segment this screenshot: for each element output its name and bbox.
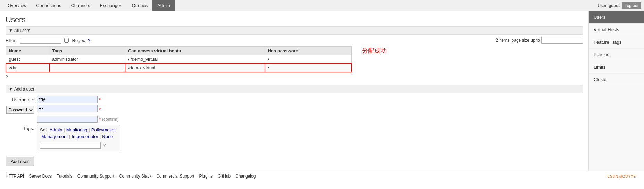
footer-http-api[interactable]: HTTP API — [6, 174, 24, 179]
tags-set-label: Set — [40, 127, 47, 132]
sidebar-item-users[interactable]: Users — [589, 11, 644, 24]
add-user-button[interactable]: Add user — [6, 157, 34, 166]
footer: HTTP API Server Docs Tutorials Community… — [0, 171, 644, 181]
regex-label: Regex — [72, 38, 85, 43]
logout-button[interactable]: Log out — [622, 2, 641, 9]
all-users-label: All users — [14, 28, 30, 33]
question-mark[interactable]: ? — [6, 75, 583, 79]
tags-set-row: Set Admin | Monitoring | Policymaker Man… — [40, 127, 117, 139]
tab-connections[interactable]: Connections — [31, 0, 66, 11]
table-row[interactable]: guest administrator / /demo_virtual • — [6, 55, 352, 64]
tag-none[interactable]: None — [102, 134, 113, 139]
tag-impersonator[interactable]: Impersonator — [72, 134, 98, 139]
tab-queues[interactable]: Queues — [127, 0, 153, 11]
row-name: zdy — [6, 63, 49, 72]
tag-management[interactable]: Management — [41, 134, 68, 139]
footer-brand: CSDN @ZDYYY... — [607, 174, 638, 178]
password-row: Password: Hash: * — [6, 105, 583, 114]
regex-help-icon[interactable]: ? — [88, 38, 90, 43]
col-name: Name — [6, 47, 49, 55]
required-mark-confirm: * — [99, 117, 101, 122]
page-title: Users — [6, 15, 583, 24]
footer-server-docs[interactable]: Server Docs — [29, 174, 52, 179]
tag-monitoring[interactable]: Monitoring — [66, 127, 87, 132]
sidebar-item-cluster[interactable]: Cluster — [589, 74, 644, 86]
add-user-section: ▼ Add a user Username: * Password: Hash: — [6, 85, 583, 166]
footer-community-support[interactable]: Community Support — [77, 174, 114, 179]
confirm-label-spacer — [6, 116, 37, 117]
row-tags — [49, 63, 125, 72]
username-row: Username: * — [6, 96, 583, 103]
success-message: 分配成功 — [362, 46, 387, 55]
top-nav: Overview Connections Channels Exchanges … — [0, 0, 644, 11]
sidebar-item-virtual-hosts[interactable]: Virtual Hosts — [589, 24, 644, 36]
footer-tutorials[interactable]: Tutorials — [57, 174, 73, 179]
tab-exchanges[interactable]: Exchanges — [95, 0, 127, 11]
main-layout: Users ▼ All users Filter: Regex ? 2 item… — [0, 11, 644, 171]
page-size-text: 2 items, page size up to — [496, 38, 540, 43]
all-users-section-header[interactable]: ▼ All users — [6, 26, 583, 35]
filter-label: Filter: — [6, 38, 17, 43]
username-label: Username: — [6, 96, 37, 102]
user-label: User — [598, 3, 607, 8]
password-type-select[interactable]: Password: Hash: — [6, 106, 34, 114]
tab-channels[interactable]: Channels — [66, 0, 95, 11]
row-vhosts: / /demo_virtual — [125, 55, 265, 64]
collapse-icon: ▼ — [9, 28, 13, 33]
row-name: guest — [6, 55, 49, 64]
user-info: User guest Log out — [598, 2, 641, 9]
right-sidebar: Users Virtual Hosts Feature Flags Polici… — [588, 11, 644, 171]
confirm-text: (confirm) — [102, 117, 118, 122]
filter-input[interactable] — [20, 37, 61, 44]
password-label-area: Password: Hash: — [6, 105, 37, 114]
add-user-section-header[interactable]: ▼ Add a user — [6, 85, 583, 93]
sidebar-item-feature-flags[interactable]: Feature Flags — [589, 36, 644, 49]
tags-question[interactable]: ? — [103, 143, 106, 148]
regex-checkbox[interactable] — [64, 38, 69, 43]
username: guest — [609, 3, 620, 8]
table-row[interactable]: zdy /demo_virtual • — [6, 63, 352, 72]
collapse-icon-2: ▼ — [9, 87, 13, 92]
required-mark-username: * — [99, 97, 101, 102]
confirm-password-input[interactable] — [37, 116, 98, 123]
row-password: • — [265, 63, 352, 72]
password-input[interactable] — [37, 105, 98, 112]
sidebar-item-policies[interactable]: Policies — [589, 49, 644, 61]
tags-box: Set Admin | Monitoring | Policymaker Man… — [37, 125, 120, 151]
content-area: Users ▼ All users Filter: Regex ? 2 item… — [0, 11, 588, 171]
footer-changelog[interactable]: Changelog — [235, 174, 256, 179]
tab-overview[interactable]: Overview — [3, 0, 31, 11]
add-user-section-label: Add a user — [14, 87, 34, 92]
row-vhosts: /demo_virtual — [125, 63, 265, 72]
confirm-password-row: * (confirm) — [6, 116, 583, 123]
footer-github[interactable]: GitHub — [218, 174, 231, 179]
required-mark-password: * — [99, 107, 101, 112]
tags-label: Tags: — [6, 125, 37, 131]
nav-tabs: Overview Connections Channels Exchanges … — [3, 0, 175, 11]
row-password: • — [265, 55, 352, 64]
page-size-input[interactable]: 100 — [541, 37, 583, 44]
col-tags: Tags — [49, 47, 125, 55]
page-size-info: 2 items, page size up to 100 — [496, 37, 583, 44]
tab-admin[interactable]: Admin — [152, 0, 175, 11]
tags-row: Tags: Set Admin | Monitoring | Policymak… — [6, 125, 583, 151]
row-tags: administrator — [49, 55, 125, 64]
tags-text-input[interactable] — [40, 142, 101, 149]
footer-commercial-support[interactable]: Commercial Support — [156, 174, 194, 179]
tag-policymaker[interactable]: Policymaker — [91, 127, 116, 132]
col-password: Has password — [265, 47, 352, 55]
tag-admin[interactable]: Admin — [50, 127, 62, 132]
filter-row: Filter: Regex ? 2 items, page size up to… — [6, 37, 583, 44]
users-table: Name Tags Can access virtual hosts Has p… — [6, 46, 352, 72]
col-vhosts: Can access virtual hosts — [125, 47, 265, 55]
sidebar-item-limits[interactable]: Limits — [589, 61, 644, 74]
footer-community-slack[interactable]: Community Slack — [119, 174, 151, 179]
footer-plugins[interactable]: Plugins — [199, 174, 213, 179]
username-input[interactable] — [37, 96, 98, 103]
add-user-form: Username: * Password: Hash: * — [6, 96, 583, 151]
